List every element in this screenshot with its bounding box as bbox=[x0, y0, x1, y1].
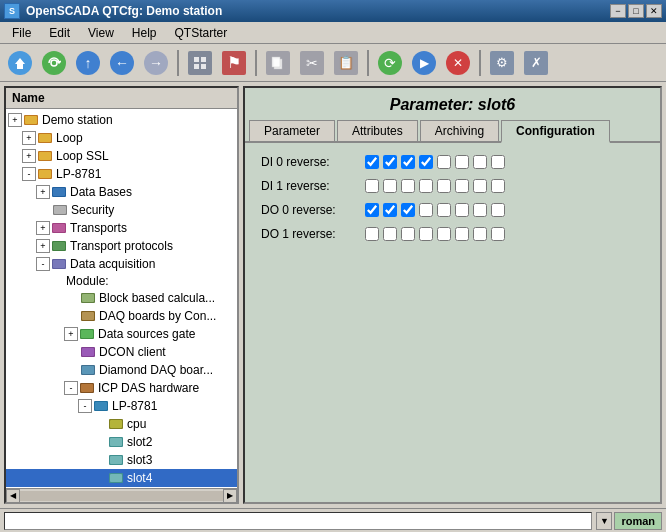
horizontal-scrollbar[interactable]: ◀ ▶ bbox=[6, 488, 237, 502]
home-button[interactable] bbox=[4, 48, 36, 78]
tree-expand-icp-das[interactable]: - bbox=[64, 381, 78, 395]
checkbox-1-7[interactable] bbox=[491, 179, 505, 193]
checkbox-0-1[interactable] bbox=[383, 155, 397, 169]
checkbox-2-1[interactable] bbox=[383, 203, 397, 217]
checkbox-2-7[interactable] bbox=[491, 203, 505, 217]
tab-parameter[interactable]: Parameter bbox=[249, 120, 335, 141]
checkbox-1-0[interactable] bbox=[365, 179, 379, 193]
tree-item-data-sources[interactable]: + Data sources gate bbox=[6, 325, 237, 343]
checkbox-3-6[interactable] bbox=[473, 227, 487, 241]
copy-button[interactable] bbox=[262, 48, 294, 78]
scroll-track[interactable] bbox=[20, 491, 223, 501]
tree-item-cpu[interactable]: cpu bbox=[6, 415, 237, 433]
tree-item-module[interactable]: Module: bbox=[6, 273, 237, 289]
checkbox-0-2[interactable] bbox=[401, 155, 415, 169]
checkbox-2-2[interactable] bbox=[401, 203, 415, 217]
tab-attributes[interactable]: Attributes bbox=[337, 120, 418, 141]
play-button[interactable]: ▶ bbox=[408, 48, 440, 78]
svg-rect-13 bbox=[39, 152, 51, 160]
tree-label-slot2: slot2 bbox=[127, 435, 152, 449]
checkbox-1-3[interactable] bbox=[419, 179, 433, 193]
tree-item-slot4[interactable]: slot4 bbox=[6, 469, 237, 487]
tree-item-diamond-daq[interactable]: Diamond DAQ boar... bbox=[6, 361, 237, 379]
checkbox-3-1[interactable] bbox=[383, 227, 397, 241]
cut-button[interactable]: ✂ bbox=[296, 48, 328, 78]
up-button[interactable]: ↑ bbox=[72, 48, 104, 78]
menu-edit[interactable]: Edit bbox=[41, 24, 78, 42]
checkbox-3-4[interactable] bbox=[437, 227, 451, 241]
checkbox-0-6[interactable] bbox=[473, 155, 487, 169]
tree-expand-demo-station[interactable]: + bbox=[8, 113, 22, 127]
lang-dropdown-button[interactable]: ▼ bbox=[596, 512, 612, 530]
checkbox-2-4[interactable] bbox=[437, 203, 451, 217]
checkbox-1-1[interactable] bbox=[383, 179, 397, 193]
checkbox-1-5[interactable] bbox=[455, 179, 469, 193]
menu-help[interactable]: Help bbox=[124, 24, 165, 42]
checkbox-0-3[interactable] bbox=[419, 155, 433, 169]
tree-expand-lp-8781[interactable]: - bbox=[22, 167, 36, 181]
menu-qtstarter[interactable]: QTStarter bbox=[167, 24, 236, 42]
tree-item-lp-8781[interactable]: - LP-8781 bbox=[6, 165, 237, 183]
tree-expand-lp8781-sub[interactable]: - bbox=[78, 399, 92, 413]
tab-configuration[interactable]: Configuration bbox=[501, 120, 610, 143]
tree-expand-transport-protocols[interactable]: + bbox=[36, 239, 50, 253]
tree-expand-loop[interactable]: + bbox=[22, 131, 36, 145]
tree-item-transport-protocols[interactable]: + Transport protocols bbox=[6, 237, 237, 255]
tree-item-lp8781-sub[interactable]: - LP-8781 bbox=[6, 397, 237, 415]
tree-item-transports[interactable]: + Transports bbox=[6, 219, 237, 237]
flag-button[interactable]: ⚑ bbox=[218, 48, 250, 78]
paste-button[interactable]: 📋 bbox=[330, 48, 362, 78]
tree-item-block-based[interactable]: Block based calcula... bbox=[6, 289, 237, 307]
menu-view[interactable]: View bbox=[80, 24, 122, 42]
stop-button[interactable]: ✕ bbox=[442, 48, 474, 78]
tree-item-daq-boards[interactable]: DAQ boards by Con... bbox=[6, 307, 237, 325]
tree-item-slot3[interactable]: slot3 bbox=[6, 451, 237, 469]
tree-icon-daq bbox=[80, 308, 96, 324]
reload-button[interactable] bbox=[38, 48, 70, 78]
tree-expand-data-bases[interactable]: + bbox=[36, 185, 50, 199]
checkbox-3-0[interactable] bbox=[365, 227, 379, 241]
tree-item-demo-station[interactable]: + Demo station bbox=[6, 111, 237, 129]
tree-item-data-bases[interactable]: + Data Bases bbox=[6, 183, 237, 201]
checkbox-1-6[interactable] bbox=[473, 179, 487, 193]
checkbox-0-4[interactable] bbox=[437, 155, 451, 169]
scroll-right-button[interactable]: ▶ bbox=[223, 489, 237, 503]
tree-item-loop-ssl[interactable]: + Loop SSL bbox=[6, 147, 237, 165]
tree-item-dcon-client[interactable]: DCON client bbox=[6, 343, 237, 361]
refresh-button[interactable]: ⟳ bbox=[374, 48, 406, 78]
checkbox-0-7[interactable] bbox=[491, 155, 505, 169]
tree-item-security[interactable]: Security bbox=[6, 201, 237, 219]
tree-expand-loop-ssl[interactable]: + bbox=[22, 149, 36, 163]
close-button[interactable]: ✕ bbox=[646, 4, 662, 18]
menu-file[interactable]: File bbox=[4, 24, 39, 42]
checkbox-3-3[interactable] bbox=[419, 227, 433, 241]
tree-expand-data-acquisition[interactable]: - bbox=[36, 257, 50, 271]
checkbox-3-2[interactable] bbox=[401, 227, 415, 241]
checkbox-0-0[interactable] bbox=[365, 155, 379, 169]
tree-item-slot2[interactable]: slot2 bbox=[6, 433, 237, 451]
checkbox-3-7[interactable] bbox=[491, 227, 505, 241]
tree-expand-data-sources[interactable]: + bbox=[64, 327, 78, 341]
info-button[interactable]: ✗ bbox=[520, 48, 552, 78]
checkbox-2-6[interactable] bbox=[473, 203, 487, 217]
checkbox-2-0[interactable] bbox=[365, 203, 379, 217]
tree-body[interactable]: + Demo station+ Loop+ Loop SSL- LP-8781+… bbox=[6, 109, 237, 488]
tree-expand-transports[interactable]: + bbox=[36, 221, 50, 235]
tree-item-loop[interactable]: + Loop bbox=[6, 129, 237, 147]
checkbox-3-5[interactable] bbox=[455, 227, 469, 241]
tree-item-icp-das[interactable]: - ICP DAS hardware bbox=[6, 379, 237, 397]
tree-item-data-acquisition[interactable]: - Data acquisition bbox=[6, 255, 237, 273]
checkbox-1-2[interactable] bbox=[401, 179, 415, 193]
maximize-button[interactable]: □ bbox=[628, 4, 644, 18]
checkbox-2-5[interactable] bbox=[455, 203, 469, 217]
scroll-left-button[interactable]: ◀ bbox=[6, 489, 20, 503]
minimize-button[interactable]: − bbox=[610, 4, 626, 18]
checkbox-0-5[interactable] bbox=[455, 155, 469, 169]
back-button[interactable]: ← bbox=[106, 48, 138, 78]
view-button[interactable] bbox=[184, 48, 216, 78]
config2-button[interactable]: ⚙ bbox=[486, 48, 518, 78]
forward-button[interactable]: → bbox=[140, 48, 172, 78]
checkbox-1-4[interactable] bbox=[437, 179, 451, 193]
checkbox-2-3[interactable] bbox=[419, 203, 433, 217]
tab-archiving[interactable]: Archiving bbox=[420, 120, 499, 141]
